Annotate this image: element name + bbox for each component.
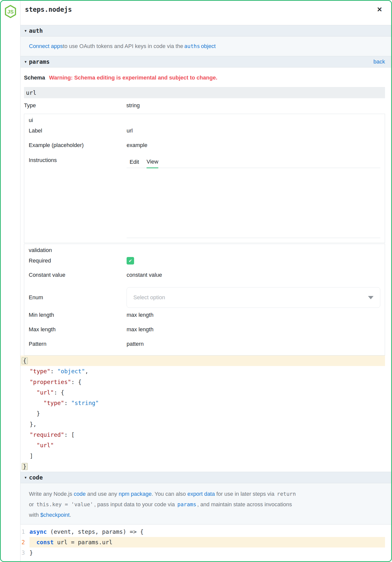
pattern-field[interactable]: pattern [127, 341, 144, 347]
inline-link[interactable]: $checkpoint [40, 512, 69, 518]
schema-json-editor[interactable]: { "type": "object", "properties": { "url… [20, 356, 385, 472]
enum-select[interactable]: Select option [127, 287, 380, 308]
param-name-field[interactable]: url [24, 87, 385, 98]
example-row-value[interactable]: example [127, 142, 147, 148]
schema-editor-line[interactable]: } [20, 461, 385, 472]
schema-editor-line[interactable]: "url" [20, 440, 385, 450]
text-segment: with [29, 512, 40, 518]
step-icon-gutter: JS [1, 1, 20, 561]
line-number: 2 [20, 537, 29, 548]
code-token: : { [71, 379, 82, 385]
schema-editor-line[interactable]: { [20, 356, 385, 366]
example-row-label: Example (placeholder) [29, 142, 127, 148]
collapse-triangle-icon[interactable]: ▼ [24, 29, 27, 33]
max-length-field[interactable]: max length [127, 326, 154, 333]
code-token: , [85, 368, 88, 374]
code-token [23, 368, 30, 374]
example-row: Example (placeholder) example [29, 138, 380, 152]
code-token: } [22, 463, 28, 470]
auth-section-label: auth [29, 28, 43, 34]
step-title: steps.nodejs [25, 6, 72, 13]
schema-editor-line[interactable]: "type": "object", [20, 366, 385, 376]
enum-label: Enum [29, 287, 127, 308]
min-length-row: Min length max length [29, 308, 380, 322]
code-section-header[interactable]: ▼ code [20, 472, 391, 483]
code-editor[interactable]: 1async (event, steps, params) => {2 cons… [20, 524, 385, 561]
code-token: ] [23, 453, 33, 459]
schema-editor-line[interactable]: "required": [ [20, 430, 385, 440]
params-section-label: params [29, 58, 50, 65]
label-row: Label url [29, 124, 380, 138]
schema-warning: Warning: Schema editing is experimental … [49, 74, 217, 81]
validation-box: validation Required ✔ Constant value con… [24, 244, 385, 356]
text-segment: , pass input data to your code via [94, 501, 176, 508]
code-editor-line[interactable]: 1async (event, steps, params) => { [20, 526, 385, 537]
code-token: { [22, 357, 28, 364]
label-row-value[interactable]: url [127, 128, 133, 134]
code-token: }, [23, 421, 36, 428]
inline-link[interactable]: object [201, 43, 216, 50]
schema-editor-line[interactable]: "url": { [20, 387, 385, 398]
code-token [23, 389, 36, 396]
collapse-triangle-icon[interactable]: ▼ [24, 60, 27, 64]
text-segment: , and maintain state across invocations [197, 501, 292, 508]
inline-link[interactable]: code [74, 491, 86, 497]
tab-view[interactable]: View [147, 158, 158, 168]
text-segment: Write any Node.js [29, 491, 74, 497]
close-icon[interactable]: ✕ [377, 6, 382, 13]
schema-heading: Schema Warning: Schema editing is experi… [24, 74, 385, 82]
inline-link[interactable]: export data [187, 491, 215, 497]
auth-description: Connect apps to use OAuth tokens and API… [20, 36, 391, 56]
auth-section-header[interactable]: ▼ auth [20, 25, 391, 36]
text-segment: . You can also [152, 491, 187, 497]
ui-box: ui Label url Example (placeholder) examp… [24, 114, 385, 243]
back-link[interactable]: back [374, 58, 385, 65]
code-editor-line[interactable]: 2 const url = params.url [20, 537, 385, 548]
tab-edit[interactable]: Edit [130, 159, 139, 168]
schema-label: Schema [24, 74, 45, 81]
schema-editor-line[interactable]: } [20, 408, 385, 419]
text-segment: or [29, 501, 35, 508]
constant-value-row: Constant value constant value [29, 268, 380, 282]
min-length-field[interactable]: max length [127, 312, 154, 318]
inline-link[interactable]: auths [183, 43, 201, 49]
code-token: : [50, 368, 57, 374]
instructions-view-panel [29, 168, 380, 238]
schema-editor-line[interactable]: }, [20, 419, 385, 430]
params-section-header[interactable]: ▼ params back [20, 56, 391, 68]
code-token: : { [54, 389, 64, 396]
code-token: "object" [57, 368, 85, 374]
min-length-label: Min length [29, 312, 127, 318]
step-main-panel: steps.nodejs ✕ ▼ auth Connect apps to us… [20, 1, 391, 561]
checkmark-icon: ✔ [129, 258, 132, 264]
code-token [23, 400, 43, 406]
inline-link[interactable]: params [176, 502, 197, 508]
schema-editor-line[interactable]: ] [20, 451, 385, 461]
code-token [23, 379, 30, 385]
code-description: Write any Node.js code and use any npm p… [20, 483, 391, 524]
code-line-content[interactable]: async (event, steps, params) => { [29, 526, 385, 537]
instructions-tabs: Edit View [127, 152, 380, 168]
text-segment: . [70, 512, 71, 518]
instructions-row: Instructions Edit View [29, 152, 380, 168]
schema-editor-line[interactable]: "type": "string" [20, 398, 385, 408]
type-row: Type string [24, 98, 385, 112]
code-line-content[interactable]: } [29, 548, 385, 558]
required-checkbox[interactable]: ✔ [127, 257, 134, 264]
constant-value-field[interactable]: constant value [127, 272, 162, 278]
params-body: Schema Warning: Schema editing is experi… [20, 68, 391, 356]
inline-link[interactable]: npm package [119, 491, 152, 497]
code-editor-line[interactable]: 3} [20, 548, 385, 558]
pattern-row: Pattern pattern [29, 337, 380, 351]
code-line-content[interactable]: const url = params.url [29, 537, 385, 548]
code-token: "url" [36, 442, 54, 448]
collapse-triangle-icon[interactable]: ▼ [24, 476, 27, 480]
code-token [23, 442, 36, 448]
schema-editor-line[interactable]: "properties": { [20, 377, 385, 387]
type-value[interactable]: string [126, 102, 140, 109]
code-token [23, 432, 30, 438]
text-segment: this.key = 'value' [35, 502, 94, 508]
label-row-label: Label [29, 128, 127, 134]
inline-link[interactable]: Connect apps [29, 43, 63, 50]
text-segment: return [276, 491, 297, 497]
